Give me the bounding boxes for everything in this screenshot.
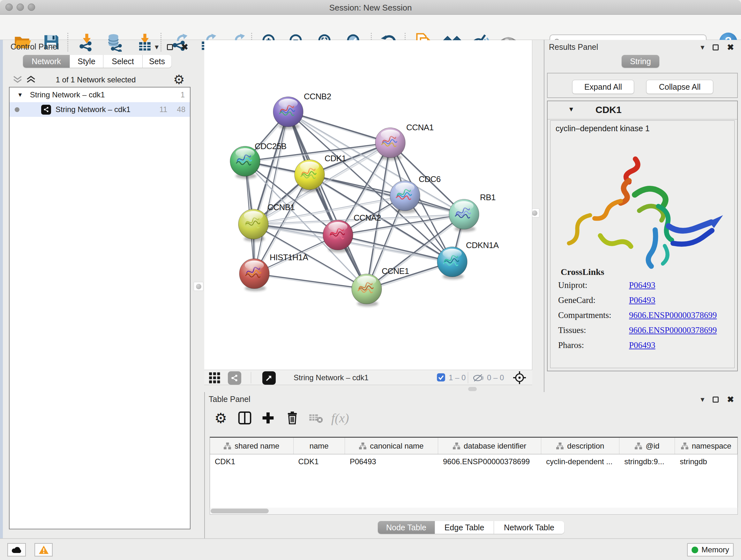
- cell[interactable]: 9606.ENSP00000378699: [438, 454, 541, 469]
- crosslink-link[interactable]: 9606.ENSP00000378699: [629, 325, 717, 335]
- panel-collapse-icon[interactable]: ▾: [700, 44, 704, 51]
- import-database-icon[interactable]: [105, 32, 126, 53]
- node-table: shared namenamecanonical namedatabase id…: [210, 437, 738, 515]
- panel-float-icon[interactable]: [713, 396, 719, 402]
- column-header-shared-name[interactable]: shared name: [210, 438, 293, 454]
- protein-name: CDK1: [596, 105, 622, 115]
- collapse-all-button[interactable]: Collapse All: [646, 80, 713, 94]
- expand-all-button[interactable]: Expand All: [572, 80, 634, 94]
- node-gloss: [300, 162, 319, 171]
- warnings-button[interactable]: [35, 543, 53, 557]
- crosslink-link[interactable]: 9606.ENSP00000378699: [629, 310, 717, 320]
- table-horizontal-scrollbar[interactable]: [210, 508, 738, 515]
- expand-all-networks-icon[interactable]: [26, 75, 36, 84]
- column-header-database-identifier[interactable]: database identifier: [438, 438, 542, 454]
- string-view-icon[interactable]: [228, 371, 241, 385]
- cell[interactable]: cyclin-dependent ...: [541, 454, 619, 469]
- panel-collapse-icon[interactable]: ▾: [700, 395, 704, 403]
- column-header-description[interactable]: description: [541, 438, 619, 454]
- column-header--id[interactable]: @id: [619, 438, 675, 454]
- crosslink-link[interactable]: P06493: [629, 340, 656, 350]
- tab-edge-table[interactable]: Edge Table: [435, 521, 494, 534]
- left-splitter-grip[interactable]: [194, 282, 203, 291]
- open-in-window-icon[interactable]: [262, 371, 276, 385]
- crosslink-link[interactable]: P06493: [629, 280, 656, 290]
- panel-float-icon[interactable]: [713, 44, 719, 51]
- edge-CCNB2-CCNE1[interactable]: [288, 112, 367, 289]
- tab-string[interactable]: String: [622, 55, 659, 68]
- network-node-CCNA1[interactable]: [375, 128, 405, 160]
- cell[interactable]: stringdb: [675, 454, 738, 469]
- import-table-icon[interactable]: [134, 32, 155, 53]
- function-builder-icon[interactable]: f(x): [331, 410, 349, 426]
- collection-count: 1: [181, 90, 185, 99]
- network-options-gear-icon[interactable]: ⚙: [173, 72, 185, 87]
- hidden-eye-slash-icon[interactable]: [472, 374, 484, 382]
- network-node-CCNB1[interactable]: [239, 209, 268, 242]
- network-column-icon: [453, 442, 461, 449]
- network-node-CDC25B[interactable]: [230, 146, 260, 179]
- tab-select[interactable]: Select: [104, 55, 143, 68]
- panel-close-icon[interactable]: ✖: [727, 395, 734, 403]
- network-column-icon: [635, 442, 643, 449]
- column-header-canonical-name[interactable]: canonical name: [345, 438, 438, 454]
- edge-HIST1H1A-CCNE1[interactable]: [254, 273, 367, 289]
- table-options-gear-icon[interactable]: ⚙: [214, 410, 227, 426]
- memory-status-dot: [691, 547, 698, 553]
- network-graph[interactable]: CCNB2CCNA1CDC25BCDK1CDC6RB1CCNB1CCNA2CDK…: [204, 40, 532, 370]
- section-collapse-icon[interactable]: ▼: [568, 106, 575, 113]
- panel-float-icon[interactable]: [167, 44, 173, 50]
- selected-nodes-checkbox[interactable]: [436, 373, 446, 382]
- fit-selected-crosshair-icon[interactable]: [513, 371, 527, 385]
- network-node-CCNE1[interactable]: [352, 274, 382, 307]
- birdseye-grid-icon[interactable]: [209, 372, 221, 384]
- tab-style[interactable]: Style: [70, 55, 104, 68]
- cell[interactable]: stringdb:9...: [619, 454, 675, 469]
- cloud-status-button[interactable]: [7, 543, 26, 557]
- table-row[interactable]: CDK1CDK1P064939606.ENSP00000378699cyclin…: [210, 454, 738, 469]
- crosslinks-title: CrossLinks: [561, 267, 604, 277]
- tree-expand-icon[interactable]: ▼: [17, 91, 23, 98]
- column-header-name[interactable]: name: [293, 438, 345, 454]
- edge-shadow: [255, 113, 289, 275]
- hidden-count: 0 – 0: [487, 373, 504, 382]
- crosslink-row: Tissues:9606.ENSP00000378699: [558, 325, 731, 340]
- toolbar-separator: [67, 33, 68, 51]
- add-column-icon[interactable]: [262, 410, 274, 426]
- cell[interactable]: CDK1: [210, 454, 293, 469]
- panel-close-icon[interactable]: ✖: [727, 43, 734, 51]
- scrollbar-thumb[interactable]: [211, 509, 269, 513]
- collapse-all-networks-icon[interactable]: [13, 75, 22, 84]
- column-header-namespace[interactable]: namespace: [675, 438, 738, 454]
- cell[interactable]: P06493: [345, 454, 438, 469]
- network-selection-status: 1 of 1 Network selected: [38, 75, 153, 84]
- delete-table-icon[interactable]: [309, 410, 323, 426]
- window-edge-strip: [0, 40, 3, 538]
- memory-button[interactable]: Memory: [687, 543, 734, 557]
- cell[interactable]: CDK1: [293, 454, 345, 469]
- network-node-CDKN1A[interactable]: [437, 247, 467, 279]
- protein-header[interactable]: ▼ CDK1: [548, 101, 737, 119]
- protein-details: cyclin–dependent kinase 1: [550, 120, 735, 368]
- network-collection-row[interactable]: ▼ String Network – cdk1 1: [10, 87, 190, 102]
- network-node-RB1[interactable]: [449, 199, 479, 232]
- network-canvas[interactable]: CCNB2CCNA1CDC25BCDK1CDC6RB1CCNB1CCNA2CDK…: [204, 40, 532, 370]
- tab-network[interactable]: Network: [23, 55, 70, 68]
- crosslink-link[interactable]: P06493: [629, 295, 656, 305]
- column-label: name: [310, 442, 329, 450]
- cloud-icon: [11, 546, 22, 554]
- import-network-icon[interactable]: [76, 32, 97, 53]
- show-columns-icon[interactable]: [238, 410, 252, 426]
- memory-label: Memory: [701, 545, 729, 554]
- tab-sets[interactable]: Sets: [143, 55, 172, 68]
- table-panel: Table Panel ▾ ✖ ⚙ f(x) shared namenameca…: [204, 392, 741, 538]
- tab-node-table[interactable]: Node Table: [378, 521, 435, 534]
- horizontal-splitter-handle[interactable]: [468, 387, 477, 391]
- edge-CCNB2-CCNA1[interactable]: [288, 112, 390, 143]
- tab-network-table[interactable]: Network Table: [494, 521, 564, 534]
- panel-close-icon[interactable]: ✖: [181, 43, 188, 51]
- panel-collapse-icon[interactable]: ▾: [155, 43, 158, 51]
- network-row-selected[interactable]: String Network – cdk1 11 48: [10, 102, 190, 117]
- delete-column-icon[interactable]: [286, 410, 298, 426]
- network-node-HIST1H1A[interactable]: [239, 259, 269, 291]
